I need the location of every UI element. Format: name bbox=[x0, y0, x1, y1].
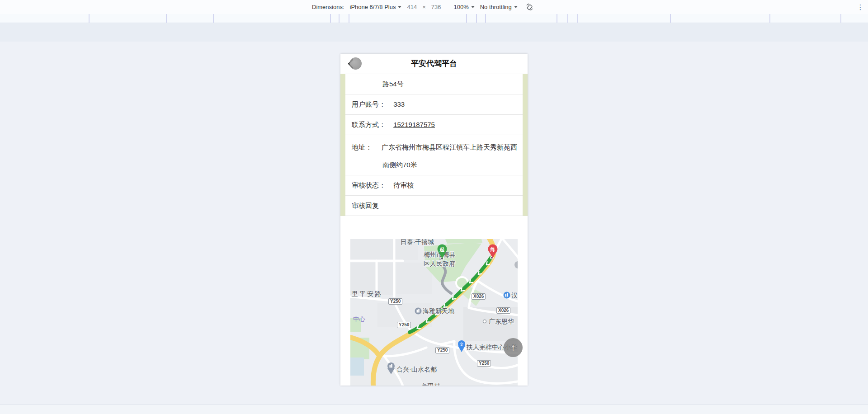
road-badge-y250: Y250 bbox=[435, 347, 449, 353]
throttling-select[interactable]: No throttling bbox=[480, 4, 518, 10]
contact-row: 联系方式： 15219187575 bbox=[345, 115, 523, 135]
contact-label: 联系方式： bbox=[352, 115, 392, 135]
device-select[interactable]: iPhone 6/7/8 Plus bbox=[350, 4, 402, 10]
svg-text:终: 终 bbox=[490, 247, 496, 252]
han-icon bbox=[504, 292, 510, 299]
estate-label: 日泰·千禧城 bbox=[401, 239, 434, 245]
road-badge-x026: X026 bbox=[496, 307, 510, 314]
zoom-select[interactable]: 100% bbox=[453, 4, 474, 10]
svg-text:文: 文 bbox=[460, 342, 464, 347]
han-label: 汉诚 bbox=[511, 292, 518, 299]
haiya-label: 海雅新天地 bbox=[423, 307, 454, 315]
account-value: 333 bbox=[393, 94, 405, 114]
viewport-height-field[interactable]: 736 bbox=[431, 4, 441, 10]
devtools-device-toolbar: Dimensions: iPhone 6/7/8 Plus 414 × 736 … bbox=[0, 0, 868, 14]
chevron-down-icon bbox=[398, 6, 401, 8]
device-name: iPhone 6/7/8 Plus bbox=[350, 4, 396, 10]
center-label: 中心 bbox=[353, 315, 366, 322]
order-detail-form: 路54号 用户账号： 333 联系方式： 15219187575 地址： 广东省… bbox=[340, 74, 528, 216]
road-badge-y250: Y250 bbox=[477, 360, 491, 367]
road-badge-y250: Y250 bbox=[397, 322, 411, 328]
road-badge-y250: Y250 bbox=[388, 298, 402, 305]
dimensions-label: Dimensions: bbox=[312, 4, 344, 10]
chevron-down-icon bbox=[471, 6, 475, 8]
device-viewport: 平安代驾平台 路54号 用户账号： 333 联系方式： 15219187575 bbox=[340, 54, 528, 386]
bottom-strip bbox=[0, 405, 868, 414]
throttling-value: No throttling bbox=[480, 4, 512, 10]
account-row: 用户账号： 333 bbox=[345, 94, 523, 115]
hexing-label: 合兴·山水名都 bbox=[396, 366, 437, 373]
pingan-road-label: 十里平安路 bbox=[350, 290, 382, 297]
rotate-device-button[interactable] bbox=[526, 3, 533, 11]
zoom-value: 100% bbox=[453, 4, 468, 10]
address-continuation-row: 路54号 bbox=[345, 74, 523, 94]
viewport-width-field[interactable]: 414 bbox=[407, 4, 417, 10]
village-label: 新甲村 bbox=[422, 383, 440, 386]
review-status-value: 待审核 bbox=[393, 175, 414, 195]
address-continuation: 路54号 bbox=[382, 74, 404, 94]
review-reply-row: 审核回复 bbox=[345, 196, 523, 216]
address-row: 地址： 广东省梅州市梅县区程江镇车上路天秀新苑西 南侧约70米 bbox=[345, 135, 523, 175]
back-to-top-button[interactable]: ↑ bbox=[504, 338, 523, 357]
address-line-2: 南侧约70米 bbox=[382, 156, 517, 174]
svg-text:起: 起 bbox=[439, 247, 445, 252]
up-arrow-icon: ↑ bbox=[511, 342, 516, 353]
route-map[interactable]: 日泰·千禧城 梅州市梅县 区人民政府 十里平安路 海雅新天地 广东恩华 汉诚 扶… bbox=[350, 239, 518, 386]
gov-label-line2: 区人民政府 bbox=[424, 260, 455, 267]
times-icon: × bbox=[422, 4, 426, 10]
media-query-band bbox=[0, 23, 868, 42]
app-header: 平安代驾平台 bbox=[340, 54, 528, 74]
page-title: 平安代驾平台 bbox=[340, 54, 528, 74]
review-reply-label: 审核回复 bbox=[352, 202, 379, 209]
address-label: 地址： bbox=[352, 138, 378, 175]
touch-ripple bbox=[349, 57, 362, 70]
address-value: 广东省梅州市梅县区程江镇车上路天秀新苑西 南侧约70米 bbox=[382, 138, 517, 175]
haiya-icon bbox=[415, 308, 422, 315]
kebab-menu-icon[interactable]: ⋮ bbox=[856, 2, 865, 12]
phone-number-link[interactable]: 15219187575 bbox=[393, 115, 435, 135]
review-status-row: 审核状态： 待审核 bbox=[345, 175, 523, 196]
account-label: 用户账号： bbox=[352, 94, 392, 114]
screen: Dimensions: iPhone 6/7/8 Plus 414 × 736 … bbox=[0, 0, 868, 414]
road-badge-x026: X026 bbox=[472, 293, 486, 300]
back-button[interactable] bbox=[344, 57, 362, 71]
rotate-icon bbox=[526, 3, 533, 11]
enhua-dot-icon bbox=[483, 320, 486, 323]
review-status-label: 审核状态： bbox=[352, 175, 392, 195]
address-line-1: 广东省梅州市梅县区程江镇车上路天秀新苑西 bbox=[382, 138, 517, 156]
enhua-label: 广东恩华 bbox=[489, 318, 514, 325]
chevron-down-icon bbox=[514, 6, 518, 8]
map-canvas: 日泰·千禧城 梅州市梅县 区人民政府 十里平安路 海雅新天地 广东恩华 汉诚 扶… bbox=[350, 239, 518, 386]
devtools-ruler-bar bbox=[0, 14, 868, 23]
